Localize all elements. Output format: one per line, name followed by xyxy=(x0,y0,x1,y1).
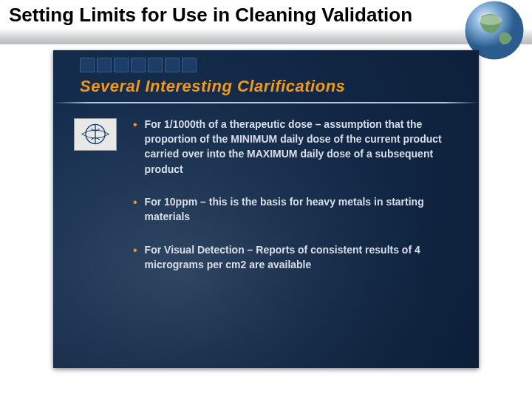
divider-line xyxy=(53,102,479,103)
bullet-icon: • xyxy=(133,117,137,177)
list-item: • For 10ppm – this is the basis for heav… xyxy=(133,194,457,225)
svg-point-1 xyxy=(479,15,502,25)
square-icon xyxy=(148,58,163,72)
bullet-text: For 1/1000th of a therapeutic dose – ass… xyxy=(145,117,457,177)
square-icon xyxy=(80,58,95,72)
bullet-text: For Visual Detection – Reports of consis… xyxy=(145,242,457,273)
bullet-list: • For 1/1000th of a therapeutic dose – a… xyxy=(133,117,457,290)
list-item: • For Visual Detection – Reports of cons… xyxy=(133,242,457,273)
outer-header: Setting Limits for Use in Cleaning Valid… xyxy=(0,0,532,28)
inner-slide-heading: Several Interesting Clarifications xyxy=(80,77,345,96)
bullet-icon: • xyxy=(133,242,137,273)
square-icon xyxy=(165,58,180,72)
embedded-slide: Several Interesting Clarifications • For… xyxy=(53,50,479,368)
square-icon xyxy=(114,58,129,72)
square-icon xyxy=(182,58,197,72)
bullet-icon: • xyxy=(133,194,137,225)
square-icon xyxy=(131,58,146,72)
square-icon xyxy=(97,58,112,72)
page-title: Setting Limits for Use in Cleaning Valid… xyxy=(9,4,423,27)
bullet-text: For 10ppm – this is the basis for heavy … xyxy=(145,194,457,225)
who-logo-icon xyxy=(74,118,117,151)
header-gradient-band xyxy=(0,28,532,44)
list-item: • For 1/1000th of a therapeutic dose – a… xyxy=(133,117,457,177)
decorative-squares-row xyxy=(80,58,197,72)
